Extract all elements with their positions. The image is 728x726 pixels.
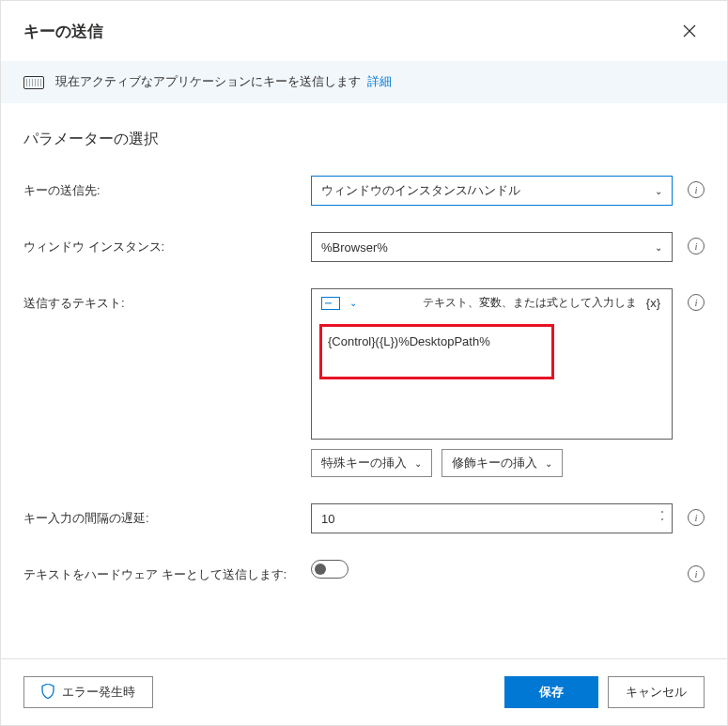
info-icon[interactable]: i: [688, 238, 705, 255]
details-link[interactable]: 詳細: [367, 75, 392, 88]
chevron-down-icon[interactable]: ⌄: [349, 298, 357, 308]
section-title: パラメーターの選択: [23, 130, 705, 149]
label-delay: キー入力の間隔の遅延:: [23, 503, 296, 528]
spinner-down-icon[interactable]: ˅: [660, 518, 664, 526]
cancel-button[interactable]: キャンセル: [608, 676, 705, 708]
text-editor[interactable]: ⌄ テキスト、変数、または式として入力しま {x} {Control}({L})…: [311, 288, 673, 440]
shield-icon: [41, 684, 54, 702]
input-delay[interactable]: 10 ˄ ˅: [311, 503, 673, 533]
info-icon[interactable]: i: [688, 509, 705, 526]
on-error-label: エラー発生時: [62, 684, 135, 701]
insert-modifier-keys-label: 修飾キーの挿入: [452, 455, 537, 471]
info-bar: 現在アクティブなアプリケーションにキーを送信します 詳細: [1, 61, 727, 103]
label-instance: ウィンドウ インスタンス:: [23, 232, 296, 256]
info-text: 現在アクティブなアプリケーションにキーを送信します: [55, 75, 361, 88]
save-button[interactable]: 保存: [504, 676, 598, 708]
chevron-down-icon: ⌄: [545, 458, 552, 469]
dialog-title: キーの送信: [23, 21, 103, 42]
insert-special-keys-button[interactable]: 特殊キーの挿入 ⌄: [311, 449, 432, 477]
select-instance-value: %Browser%: [321, 240, 388, 255]
select-instance[interactable]: %Browser% ⌄: [311, 232, 673, 262]
label-hardware: テキストをハードウェア キーとして送信します:: [23, 560, 296, 584]
insert-variable-button[interactable]: {x}: [644, 296, 662, 310]
label-text-to-send: 送信するテキスト:: [23, 288, 296, 313]
keyboard-icon: [23, 76, 44, 89]
info-icon[interactable]: i: [688, 565, 705, 582]
toggle-hardware[interactable]: [311, 560, 349, 579]
info-icon[interactable]: i: [688, 294, 705, 311]
mode-icon[interactable]: [321, 297, 340, 310]
chevron-down-icon: ⌄: [655, 242, 662, 253]
select-destination[interactable]: ウィンドウのインスタンス/ハンドル ⌄: [311, 176, 673, 206]
select-destination-value: ウィンドウのインスタンス/ハンドル: [321, 182, 520, 199]
chevron-down-icon: ⌄: [414, 458, 422, 469]
toggle-knob: [315, 564, 326, 575]
input-delay-value: 10: [321, 512, 334, 526]
insert-modifier-keys-button[interactable]: 修飾キーの挿入 ⌄: [441, 449, 563, 477]
close-button[interactable]: [674, 16, 705, 46]
label-destination: キーの送信先:: [23, 176, 296, 200]
editor-hint: テキスト、変数、または式として入力しま: [364, 295, 637, 311]
on-error-button[interactable]: エラー発生時: [23, 676, 153, 708]
info-icon[interactable]: i: [688, 181, 705, 198]
chevron-down-icon: ⌄: [655, 186, 662, 196]
insert-special-keys-label: 特殊キーの挿入: [321, 455, 407, 471]
text-content-highlighted[interactable]: {Control}({L})%DesktopPath%: [319, 324, 554, 379]
